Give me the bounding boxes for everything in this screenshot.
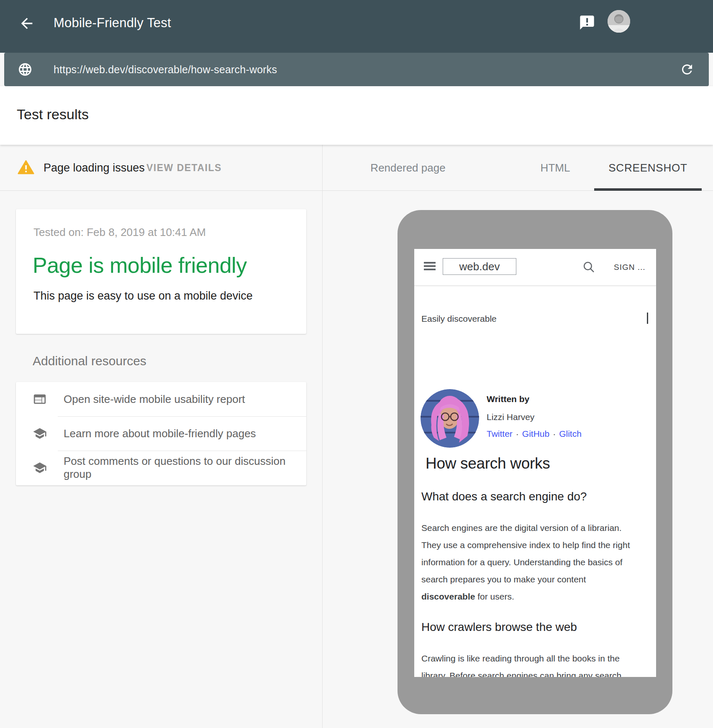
warning-label: Page loading issues	[44, 161, 145, 174]
arrow-left-icon	[18, 15, 35, 32]
app-bar: Mobile-Friendly Test	[0, 0, 713, 53]
article-paragraph-1: Search engines are the digital version o…	[421, 519, 633, 605]
user-avatar[interactable]	[608, 10, 630, 33]
written-by-label: Written by	[487, 394, 529, 404]
author-links: Twitter·GitHub·Glitch	[487, 429, 582, 439]
article-title: How search works	[426, 455, 550, 472]
hamburger-menu-icon	[424, 262, 436, 272]
back-button[interactable]	[18, 15, 35, 32]
github-link: GitHub	[522, 429, 549, 438]
sign-in-label: SIGN ...	[614, 263, 646, 272]
resources-card: Open site-wide mobile usability report L…	[16, 382, 306, 485]
paragraph-text: Search engines are the digital version o…	[421, 523, 630, 584]
refresh-button[interactable]	[680, 62, 695, 77]
tab-rendered-page[interactable]: Rendered page	[354, 145, 462, 191]
feedback-bubble-icon	[579, 14, 595, 31]
resource-item-discussion-group[interactable]: Post comments or questions to our discus…	[16, 451, 306, 485]
globe-icon	[18, 62, 33, 77]
tab-screenshot-label: SCREENSHOT	[608, 161, 687, 174]
paragraph-bold-text: discoverable	[421, 592, 475, 601]
warning-triangle-icon	[18, 159, 34, 176]
feedback-button[interactable]	[579, 14, 595, 31]
report-window-icon	[33, 392, 47, 406]
author-avatar	[421, 389, 479, 448]
site-header: web.dev SIGN ...	[414, 249, 656, 286]
url-text[interactable]: https://web.dev/discoverable/how-search-…	[54, 64, 277, 76]
link-separator: ·	[513, 429, 522, 438]
user-photo-icon	[608, 10, 630, 33]
school-icon	[33, 461, 47, 475]
link-separator: ·	[549, 429, 559, 438]
search-icon	[582, 260, 596, 274]
resource-label: Learn more about mobile-friendly pages	[64, 427, 256, 440]
resource-item-learn-more[interactable]: Learn more about mobile-friendly pages	[16, 416, 306, 451]
verdict-description: This page is easy to use on a mobile dev…	[33, 290, 253, 302]
collection-banner: Easily discoverable	[421, 314, 497, 324]
tested-on-text: Tested on: Feb 8, 2019 at 10:41 AM	[33, 226, 206, 239]
column-divider	[322, 145, 323, 728]
resource-label: Post comments or questions to our discus…	[64, 455, 306, 481]
author-name: Lizzi Harvey	[487, 412, 534, 422]
phone-mockup: web.dev SIGN ... Easily discoverable	[398, 210, 672, 714]
tool-row: Page loading issues VIEW DETAILS Rendere…	[0, 145, 713, 191]
verdict-text: Page is mobile friendly	[33, 253, 247, 278]
overflow-indicator-icon	[647, 313, 648, 324]
school-icon	[33, 426, 47, 441]
result-card: Tested on: Feb 8, 2019 at 10:41 AM Page …	[16, 209, 306, 334]
resource-item-usability-report[interactable]: Open site-wide mobile usability report	[16, 382, 306, 416]
view-details-link[interactable]: VIEW DETAILS	[146, 162, 222, 173]
section-heading-1: What does a search engine do?	[421, 490, 587, 503]
article-paragraph-2: Crawling is like reading through all the…	[421, 650, 633, 677]
tab-html[interactable]: HTML	[536, 145, 574, 191]
section-heading-2: How crawlers browse the web	[421, 620, 577, 634]
refresh-icon	[680, 62, 695, 77]
url-bar[interactable]: https://web.dev/discoverable/how-search-…	[4, 53, 709, 86]
paragraph-text: for users.	[475, 592, 514, 601]
twitter-link: Twitter	[487, 429, 513, 438]
tab-screenshot[interactable]: SCREENSHOT	[594, 145, 702, 191]
glitch-link: Glitch	[559, 429, 582, 438]
content-area: Page loading issues VIEW DETAILS Rendere…	[0, 145, 713, 728]
screenshot-preview: web.dev SIGN ... Easily discoverable	[414, 249, 656, 677]
page-title: Test results	[17, 106, 89, 123]
resources-heading: Additional resources	[33, 354, 146, 368]
site-logo: web.dev	[443, 258, 516, 275]
active-tab-underline	[594, 188, 702, 191]
app-title: Mobile-Friendly Test	[54, 15, 171, 31]
results-header: Test results	[0, 86, 713, 145]
resource-label: Open site-wide mobile usability report	[64, 393, 245, 406]
